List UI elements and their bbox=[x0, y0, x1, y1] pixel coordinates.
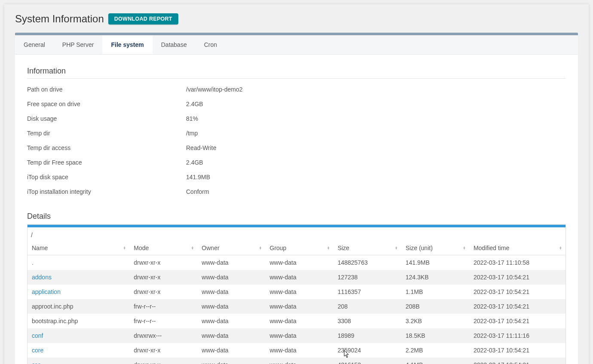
col-label: Modified time bbox=[474, 245, 509, 251]
cell-size_unit: 18.5KB bbox=[401, 328, 469, 343]
cell-owner: www-data bbox=[197, 343, 265, 358]
col-header-size[interactable]: Size▲▼ bbox=[333, 241, 401, 255]
cell-size: 2359024 bbox=[333, 343, 401, 358]
cell-name: conf bbox=[28, 328, 129, 343]
folder-link[interactable]: conf bbox=[32, 332, 43, 339]
tab-database[interactable]: Database bbox=[153, 35, 196, 54]
info-row: Temp dir/tmp bbox=[27, 126, 566, 141]
cell-owner: www-data bbox=[197, 299, 265, 314]
folder-link[interactable]: addons bbox=[32, 274, 52, 281]
cell-group: www-data bbox=[266, 255, 333, 270]
cell-name: . bbox=[28, 255, 129, 270]
cell-mode: frw-r--r-- bbox=[129, 314, 197, 328]
cell-mode: drwxr-xr-x bbox=[129, 343, 197, 358]
info-row: iTop disk space141.9MB bbox=[27, 170, 566, 184]
cell-size: 208 bbox=[333, 299, 401, 314]
cell-size_unit: 2.2MB bbox=[401, 343, 469, 358]
col-header-mode[interactable]: Mode▲▼ bbox=[129, 241, 197, 255]
cell-size_unit: 1.1MB bbox=[401, 284, 469, 299]
col-header-modified[interactable]: Modified time▲▼ bbox=[469, 241, 565, 255]
breadcrumb: / bbox=[28, 227, 565, 241]
table-row: coredrwxr-xr-xwww-datawww-data23590242.2… bbox=[28, 343, 565, 358]
info-row: Temp dir accessRead-Write bbox=[27, 141, 566, 155]
info-row: Free space on drive2.4GB bbox=[27, 97, 566, 111]
tab-cron[interactable]: Cron bbox=[196, 35, 226, 54]
folder-link[interactable]: application bbox=[32, 288, 61, 295]
cell-owner: www-data bbox=[197, 328, 265, 343]
cell-mtime: 2022-03-17 10:54:21 bbox=[469, 270, 565, 284]
cell-mode: drwxrwx--- bbox=[129, 328, 197, 343]
tab-general[interactable]: General bbox=[15, 35, 54, 54]
info-value: /var/www/itop-demo2 bbox=[186, 86, 243, 93]
col-header-size-unit[interactable]: Size (unit)▲▼ bbox=[401, 241, 469, 255]
cell-mtime: 2022-03-17 11:11:16 bbox=[469, 328, 565, 343]
info-value: Read-Write bbox=[186, 144, 217, 151]
sort-icon: ▲▼ bbox=[191, 246, 194, 250]
info-label: Temp dir bbox=[27, 130, 186, 137]
table-row: .drwxr-xr-xwww-datawww-data148825763141.… bbox=[28, 255, 565, 270]
info-row: iTop installation integrityConform bbox=[27, 184, 566, 199]
info-row: Disk usage81% bbox=[27, 111, 566, 126]
cell-size: 3308 bbox=[333, 314, 401, 328]
table-row: applicationdrwxr-xr-xwww-datawww-data111… bbox=[28, 284, 565, 299]
cell-name: approot.inc.php bbox=[28, 299, 129, 314]
info-label: Free space on drive bbox=[27, 101, 186, 107]
cell-name: core bbox=[28, 343, 129, 358]
cell-mtime: 2022-03-17 10:54:21 bbox=[469, 358, 565, 364]
col-label: Group bbox=[270, 245, 287, 251]
col-label: Mode bbox=[134, 245, 149, 251]
tab-php-server[interactable]: PHP Server bbox=[54, 35, 103, 54]
col-header-group[interactable]: Group▲▼ bbox=[266, 241, 333, 255]
cell-mtime: 2022-03-17 11:10:58 bbox=[469, 255, 565, 270]
sort-icon: ▲▼ bbox=[327, 246, 330, 250]
sort-icon: ▲▼ bbox=[395, 246, 398, 250]
cell-owner: www-data bbox=[197, 358, 265, 364]
col-label: Size (unit) bbox=[406, 245, 433, 251]
cell-size_unit: 141.9MB bbox=[401, 255, 469, 270]
cell-mode: drwxr-xr-x bbox=[129, 270, 197, 284]
cell-group: www-data bbox=[266, 299, 333, 314]
sort-icon: ▲▼ bbox=[259, 246, 262, 250]
info-value: 141.9MB bbox=[186, 174, 210, 180]
cell-size: 127238 bbox=[333, 270, 401, 284]
table-row: confdrwxrwx---www-datawww-data1898918.5K… bbox=[28, 328, 565, 343]
sort-icon: ▲▼ bbox=[463, 246, 466, 250]
sort-icon: ▲▼ bbox=[559, 246, 562, 250]
table-row: cssdrwxr-xr-xwww-datawww-data43161534.1M… bbox=[28, 358, 565, 364]
tab-file-system[interactable]: File system bbox=[102, 35, 152, 54]
info-label: iTop installation integrity bbox=[27, 188, 186, 195]
col-header-owner[interactable]: Owner▲▼ bbox=[197, 241, 265, 255]
cell-owner: www-data bbox=[197, 270, 265, 284]
cell-mtime: 2022-03-17 10:54:21 bbox=[469, 284, 565, 299]
info-row: Temp dir Free space2.4GB bbox=[27, 155, 566, 170]
cell-name: application bbox=[28, 284, 129, 299]
info-list: Path on drive/var/www/itop-demo2 Free sp… bbox=[27, 82, 566, 199]
page-title: System Information bbox=[15, 13, 104, 25]
info-value: Conform bbox=[186, 188, 209, 195]
cell-owner: www-data bbox=[197, 284, 265, 299]
table-row: bootstrap.inc.phpfrw-r--r--www-datawww-d… bbox=[28, 314, 565, 328]
folder-link[interactable]: css bbox=[32, 361, 41, 364]
cell-size: 1116357 bbox=[333, 284, 401, 299]
folder-link[interactable]: core bbox=[32, 347, 43, 354]
tabs: General PHP Server File system Database … bbox=[15, 35, 578, 55]
details-section-title: Details bbox=[27, 212, 566, 221]
download-report-button[interactable]: DOWNLOAD REPORT bbox=[108, 13, 178, 24]
info-row: Path on drive/var/www/itop-demo2 bbox=[27, 82, 566, 97]
cell-size_unit: 124.3KB bbox=[401, 270, 469, 284]
cell-owner: www-data bbox=[197, 255, 265, 270]
page-header: System Information DOWNLOAD REPORT bbox=[15, 13, 578, 25]
info-section-title: Information bbox=[27, 67, 566, 79]
info-label: iTop disk space bbox=[27, 174, 186, 180]
cell-mode: drwxr-xr-x bbox=[129, 358, 197, 364]
cell-group: www-data bbox=[266, 343, 333, 358]
col-label: Owner bbox=[202, 245, 219, 251]
cell-group: www-data bbox=[266, 270, 333, 284]
cell-name: addons bbox=[28, 270, 129, 284]
cell-group: www-data bbox=[266, 358, 333, 364]
cell-mode: frw-r--r-- bbox=[129, 299, 197, 314]
col-header-name[interactable]: Name▲▼ bbox=[28, 241, 129, 255]
info-value: 2.4GB bbox=[186, 159, 203, 166]
col-label: Size bbox=[338, 245, 349, 251]
cell-owner: www-data bbox=[197, 314, 265, 328]
